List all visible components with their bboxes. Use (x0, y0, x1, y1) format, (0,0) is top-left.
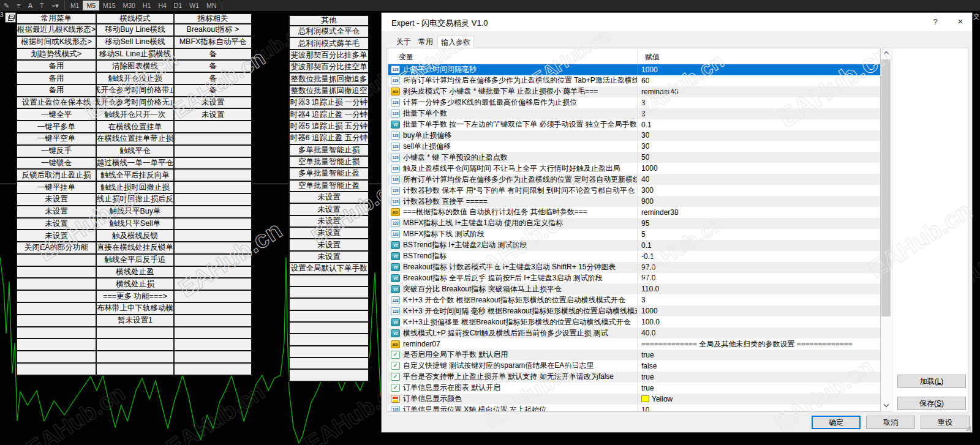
param-row[interactable]: ✓自定义快捷键 测试按键对应的sparam值结果在EA的日志里false (388, 361, 880, 372)
timeframe-d1[interactable]: D1 (170, 1, 186, 10)
param-row[interactable]: Vt横线模式L+P 提前按Ctrl触及横线后距当前价多少设置止损 测试40.0 (388, 327, 880, 338)
param-row[interactable]: 123MBFX指标下线 测试阶段5 (388, 229, 880, 240)
timeframe-h4[interactable]: H4 (154, 1, 170, 10)
menu-button[interactable]: 直接在横线处挂反锁单 (97, 241, 173, 253)
menu-button[interactable]: 总利润模式薅羊毛 (290, 37, 368, 48)
panel-collapse-button[interactable] (5, 12, 16, 23)
param-row[interactable]: ✓平台是否支持带上止盈止损开单 默认支持 如无法开单请改为falsetrue (388, 372, 880, 383)
menu-button[interactable]: 越过横线一单一单平仓 (97, 157, 173, 169)
param-row[interactable]: VtBSTrend指标-0.1 (388, 251, 880, 262)
menu-button[interactable]: 时器4 追踪止盈 一分钟 (290, 108, 368, 120)
param-value[interactable]: true (637, 373, 654, 381)
shapes-icon[interactable]: ⌁▾ (48, 0, 62, 11)
reset-button[interactable]: 重设 (921, 416, 970, 429)
menu-button[interactable]: 划趋势线模式> (17, 48, 96, 60)
text-box-icon[interactable]: T (36, 0, 48, 11)
timeframe-h1[interactable]: H1 (139, 1, 154, 10)
param-value[interactable]: 5 (637, 230, 646, 239)
param-row[interactable]: 123所有订单计算均价后在偏移多少作为止盈横线的位置 定时器自动更新横线40 (388, 174, 880, 185)
param-value[interactable]: 95 (637, 219, 649, 228)
param-row[interactable]: 123sell单止损偏移30 (388, 141, 880, 152)
fib-lines-icon[interactable]: ≡ (13, 0, 24, 11)
menu-button[interactable]: 根据最近几根K线形态> (17, 23, 96, 36)
menu-button[interactable]: 斐波那契百分比挂多单 (290, 49, 368, 61)
draw-icon[interactable]: ✎ (0, 0, 13, 11)
param-value[interactable]: 40.0 (637, 329, 655, 337)
menu-button[interactable]: 备用 (17, 84, 96, 96)
param-row[interactable]: 123计数器秒数 保本平 用*号下的单 有时间限制 到时间不论盈亏都自动平仓30… (388, 185, 880, 196)
timeframe-m5[interactable]: M5 (83, 1, 99, 10)
menu-button[interactable]: ===更多 功能===> (97, 290, 173, 302)
param-value[interactable]: 60 (637, 77, 649, 85)
menu-button[interactable]: 斐波那契百分比挂空单 (290, 61, 368, 72)
param-value[interactable]: Yellow (637, 395, 673, 403)
menu-button[interactable]: 备用 (17, 72, 96, 84)
param-row[interactable]: VtBreakout指标 全平后反手 提前按F后 I+主键盘3启动 测试阶段97… (388, 273, 880, 284)
menu-button[interactable]: 移动Sell Line横线 (97, 36, 173, 48)
cancel-button[interactable]: 取消 (866, 416, 915, 429)
param-row[interactable]: VtBSTrend指标 I+主键盘2启动 测试阶段0.1 (388, 240, 880, 251)
text-a-icon[interactable]: A (24, 0, 36, 11)
param-row[interactable]: 123触及止盈横线平仓间隔时间 不让马上全平 大行情时好触及止盈出局1000 (388, 163, 880, 174)
menu-button[interactable]: Breakout指标 > (175, 23, 251, 36)
menu-button[interactable]: 在横线位置挂单带止损 (97, 132, 173, 144)
menu-button[interactable]: 备用 (17, 59, 96, 72)
menu-button[interactable]: 一键全平 (17, 108, 96, 120)
menu-button[interactable]: MBFX指标自动平仓 (175, 36, 251, 48)
menu-button[interactable]: 整数位批量抓回撤追空 (290, 84, 368, 96)
menu-button[interactable]: 一键平多单 (17, 120, 96, 132)
menu-button[interactable]: 一键反手 (17, 144, 96, 157)
param-value[interactable]: ============= 全局及其他未归类的参数设置 ============… (637, 339, 853, 350)
param-value[interactable]: reminder38 (637, 208, 679, 217)
param-value[interactable]: 1000 (637, 65, 658, 74)
menu-button[interactable]: 暂未设置1 (97, 314, 173, 326)
param-value[interactable]: true (637, 384, 654, 392)
tab-about[interactable]: 关于 (393, 36, 414, 48)
param-value[interactable]: false (637, 362, 657, 370)
menu-button[interactable]: 触线全平后挂反向单 (97, 168, 173, 181)
param-row[interactable]: 123buy单止损偏移30 (388, 130, 880, 141)
menu-button[interactable]: 一键平挂单 (17, 181, 96, 193)
param-row[interactable]: ab===根据指标的数值 自动执行计划任务 其他临时参数===reminder3… (388, 207, 880, 218)
param-value[interactable]: 110.0 (637, 285, 659, 293)
menu-button[interactable]: 多单批量智能止损 (290, 144, 368, 155)
menu-button[interactable]: 设置全局默认下单手数 (290, 262, 368, 274)
scroll-down-icon[interactable] (881, 401, 891, 411)
menu-button[interactable]: 一键平空单 (17, 132, 96, 144)
param-value[interactable]: true (637, 351, 654, 359)
param-row[interactable]: Vt突破百分比 Breakout指标 突破箱体马上止损平仓110.0 (388, 283, 880, 294)
param-row[interactable]: 123K+I+3 开仓个数 根据Breakout指标矩形横线的位置启动横线模式开… (388, 294, 880, 305)
close-icon[interactable]: × (954, 16, 967, 26)
menu-button[interactable]: 未设置 (17, 193, 96, 205)
menu-button[interactable]: 时器5 追踪止损 五分钟 (290, 120, 368, 132)
menu-button[interactable]: 触及横线反锁 (97, 229, 173, 241)
timeframe-mn[interactable]: MN (203, 1, 220, 10)
load-button[interactable]: 加载(L) (897, 375, 966, 388)
param-value[interactable]: 100.0 (637, 318, 660, 326)
menu-button[interactable]: 空单批量智能止盈 (290, 179, 368, 191)
menu-button[interactable]: 横线处止损 (97, 277, 173, 290)
menu-button[interactable]: 总利润模式全平仓 (290, 25, 368, 37)
menu-button[interactable]: 根据时间或K线形态> (17, 36, 96, 48)
param-value[interactable]: 300 (637, 186, 654, 195)
param-value[interactable]: 3 (637, 296, 646, 304)
menu-button[interactable]: 多单批量智能止盈 (290, 167, 368, 179)
menu-button[interactable]: 移动Buy Line横线 (97, 23, 173, 36)
menu-button[interactable]: 横线处止盈 (97, 266, 173, 278)
resize-grip[interactable] (966, 426, 971, 431)
tab-common[interactable]: 常用 (415, 36, 436, 48)
scrollbar[interactable] (881, 48, 892, 412)
param-value[interactable]: 50 (637, 153, 649, 162)
menu-button[interactable]: 未设置 (290, 250, 368, 262)
timeframe-m15[interactable]: M15 (99, 1, 119, 10)
param-row[interactable]: 123计数器秒数 直接平 =====900 (388, 196, 880, 207)
param-value[interactable]: 30 (637, 142, 649, 151)
param-value[interactable]: 1000 (637, 164, 658, 173)
param-row[interactable]: 123MBFX指标上线 I+主键盘1启动 使用的自定义指标95 (388, 218, 880, 229)
timeframe-w1[interactable]: W1 (186, 1, 203, 10)
menu-button[interactable]: 触线平仓 (97, 144, 173, 157)
param-value[interactable]: 10 (637, 406, 649, 412)
param-row[interactable]: abreminder07============= 全局及其他未归类的参数设置 … (388, 338, 880, 350)
menu-button[interactable]: 居布林带上中下轨移动横线 (97, 302, 173, 314)
param-row[interactable]: 123所有订单计算均价后在偏移多少作为止盈横线的位置 Tab+P激活止盈横线60 (388, 75, 880, 86)
